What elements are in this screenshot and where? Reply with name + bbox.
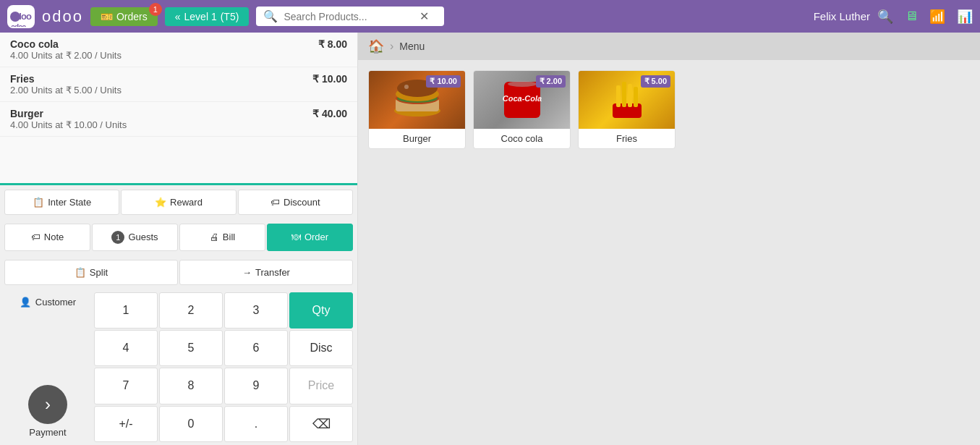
- guests-label: Guests: [128, 232, 158, 242]
- svg-rect-15: [616, 85, 621, 107]
- breadcrumb-separator: ›: [390, 40, 393, 53]
- left-panel: Coco cola ₹ 8.00 4.00 Units at ₹ 2.00 / …: [0, 33, 358, 445]
- wifi-icon[interactable]: 📶: [929, 9, 945, 25]
- keypad-area: 👤 Customer › Payment 1 2 3 Qty 4 5 6 D: [0, 289, 357, 446]
- item-name: Fries: [10, 73, 34, 85]
- customer-label-text: Customer: [35, 297, 76, 308]
- transfer-arrow-icon: →: [242, 267, 252, 278]
- order-button[interactable]: 🍽 Order: [267, 224, 353, 251]
- level-button[interactable]: « Level 1 (T5): [165, 7, 250, 26]
- search-header-icon[interactable]: 🔍: [877, 9, 893, 25]
- right-panel: 🏠 › Menu ₹ 10.00: [358, 33, 980, 445]
- tag-icon: 🏷: [270, 197, 280, 208]
- products-grid: ₹ 10.00 Burger ₹ 2.00: [358, 60, 980, 159]
- item-price: ₹ 10.00: [312, 73, 347, 85]
- num-0[interactable]: 0: [159, 406, 223, 442]
- svg-rect-18: [634, 87, 638, 107]
- qty-button[interactable]: Qty: [289, 292, 353, 329]
- monitor-icon[interactable]: 🖥: [905, 9, 918, 24]
- transfer-label: Transfer: [255, 267, 290, 278]
- num-6[interactable]: 6: [224, 330, 288, 366]
- discount-button[interactable]: 🏷 Discount: [238, 190, 353, 215]
- product-card-fries[interactable]: ₹ 5.00 Fries: [578, 70, 676, 149]
- product-card-burger[interactable]: ₹ 10.00 Burger: [368, 70, 466, 149]
- num-3[interactable]: 3: [224, 292, 288, 329]
- item-price: ₹ 40.00: [312, 108, 347, 119]
- breadcrumb: 🏠 › Menu: [358, 33, 980, 60]
- level-detail: (T5): [221, 11, 239, 22]
- svg-point-13: [508, 81, 537, 87]
- logo-box: odoo odoo: [7, 5, 35, 28]
- num-5[interactable]: 5: [159, 330, 223, 366]
- home-icon[interactable]: 🏠: [368, 38, 384, 54]
- bill-button[interactable]: 🖨 Bill: [179, 224, 265, 251]
- burger-name: Burger: [369, 129, 465, 148]
- plusminus-button[interactable]: +/-: [94, 406, 158, 442]
- search-input[interactable]: [284, 11, 414, 22]
- order-item-cocacola[interactable]: Coco cola ₹ 8.00 4.00 Units at ₹ 2.00 / …: [0, 33, 357, 67]
- orders-button[interactable]: 🎫 Orders 1: [90, 7, 158, 26]
- note-label: Note: [44, 232, 64, 242]
- svg-rect-17: [628, 84, 632, 107]
- svg-rect-16: [622, 82, 626, 107]
- burger-price-badge: ₹ 10.00: [426, 75, 461, 88]
- action-row-3: 📋 Split → Transfer: [0, 255, 357, 289]
- num-4[interactable]: 4: [94, 330, 158, 366]
- order-item-burger[interactable]: Burger ₹ 40.00 4.00 Units at ₹ 10.00 / U…: [0, 102, 357, 137]
- fries-price-badge: ₹ 5.00: [641, 75, 670, 88]
- svg-text:odoo: odoo: [11, 23, 26, 27]
- customer-col: 👤 Customer › Payment: [4, 292, 91, 443]
- disc-button[interactable]: Disc: [289, 330, 353, 366]
- print-icon: 🖨: [210, 232, 219, 242]
- payment-button[interactable]: › Payment: [28, 385, 67, 438]
- signal-icon[interactable]: 📊: [957, 9, 973, 25]
- decimal-button[interactable]: .: [224, 406, 288, 442]
- item-detail: 2.00 Units at ₹ 5.00 / Units: [10, 85, 347, 96]
- action-row-2: 🏷 Note 1 Guests 🖨 Bill 🍽 Order: [0, 219, 357, 255]
- num-7[interactable]: 7: [94, 368, 158, 404]
- inter-state-icon: 📋: [33, 197, 44, 208]
- price-button[interactable]: Price: [289, 368, 353, 404]
- customer-icon: 👤: [20, 297, 31, 308]
- numpad: 1 2 3 Qty 4 5 6 Disc 7 8 9 Price +/- 0 .…: [94, 292, 353, 443]
- backspace-button[interactable]: ⌫: [289, 406, 353, 442]
- reward-button[interactable]: ⭐ Reward: [121, 190, 236, 215]
- num-1[interactable]: 1: [94, 292, 158, 329]
- orders-icon: 🎫: [101, 11, 113, 22]
- note-button[interactable]: 🏷 Note: [4, 224, 90, 251]
- search-bar: 🔍 ✕: [256, 7, 444, 26]
- order-item-fries[interactable]: Fries ₹ 10.00 2.00 Units at ₹ 5.00 / Uni…: [0, 67, 357, 102]
- discount-label: Discount: [284, 197, 320, 208]
- guests-badge: 1: [111, 231, 124, 244]
- odoo-logo: odoo odoo: [7, 5, 35, 28]
- transfer-button[interactable]: → Transfer: [179, 260, 353, 285]
- search-icon: 🔍: [263, 9, 278, 23]
- star-icon: ⭐: [155, 197, 166, 208]
- header-icons: 🔍 🖥 📶 📊: [877, 9, 973, 25]
- num-9[interactable]: 9: [224, 368, 288, 404]
- item-detail: 4.00 Units at ₹ 10.00 / Units: [10, 119, 347, 130]
- main-area: Coco cola ₹ 8.00 4.00 Units at ₹ 2.00 / …: [0, 33, 980, 445]
- svg-point-10: [404, 85, 409, 89]
- split-icon: 📋: [74, 267, 86, 278]
- fries-name: Fries: [579, 129, 675, 148]
- customer-selector[interactable]: 👤 Customer: [20, 297, 76, 308]
- split-label: Split: [90, 267, 108, 278]
- app-name: odoo: [42, 7, 83, 26]
- bill-label: Bill: [223, 232, 235, 242]
- guests-button[interactable]: 1 Guests: [92, 224, 178, 251]
- product-card-cocacola[interactable]: ₹ 2.00 Coca-Cola Coco cola: [473, 70, 571, 149]
- cola-price-badge: ₹ 2.00: [536, 75, 566, 88]
- item-detail: 4.00 Units at ₹ 2.00 / Units: [10, 50, 347, 61]
- split-button[interactable]: 📋 Split: [4, 260, 178, 285]
- inter-state-label: Inter State: [48, 197, 91, 208]
- header: odoo odoo odoo 🎫 Orders 1 « Level 1 (T5)…: [0, 0, 980, 33]
- num-2[interactable]: 2: [159, 292, 223, 329]
- inter-state-button[interactable]: 📋 Inter State: [4, 190, 119, 215]
- level-arrow-icon: «: [175, 11, 181, 22]
- user-name: Felix Luther: [814, 10, 870, 22]
- svg-text:Coca-Cola: Coca-Cola: [502, 94, 541, 103]
- num-8[interactable]: 8: [159, 368, 223, 404]
- clear-icon[interactable]: ✕: [419, 9, 429, 23]
- payment-text: Payment: [29, 427, 66, 438]
